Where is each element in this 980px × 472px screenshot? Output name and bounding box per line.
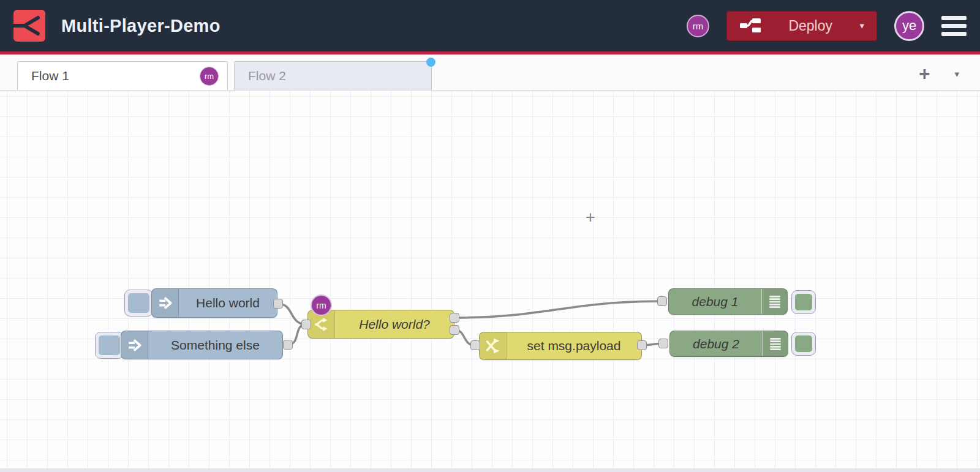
output-port[interactable]	[283, 340, 293, 350]
debug-list-icon	[762, 331, 788, 356]
output-port[interactable]	[273, 299, 283, 309]
deploy-caret-icon[interactable]: ▾	[859, 20, 864, 31]
node-label: debug 1	[669, 289, 761, 314]
tab-bar: Flow 1 rm Flow 2 + ▾	[0, 58, 980, 91]
debug-toggle-button[interactable]	[791, 332, 816, 356]
tab-flow-2[interactable]: Flow 2	[234, 61, 432, 90]
tab-label: Flow 2	[248, 69, 286, 83]
output-port-1[interactable]	[450, 313, 459, 323]
user-avatar[interactable]: ye	[894, 11, 924, 41]
change-node-set-payload[interactable]: set msg.payload	[479, 332, 642, 360]
tab-label: Flow 1	[31, 69, 69, 83]
debug-node-2[interactable]: debug 2	[669, 331, 788, 357]
inject-arrow-icon	[121, 331, 148, 359]
deploy-label: Deploy	[771, 18, 850, 34]
input-port[interactable]	[657, 296, 667, 306]
input-port[interactable]	[301, 320, 311, 329]
switch-node-hello-world[interactable]: Hello world?	[307, 310, 454, 339]
node-label: debug 2	[670, 331, 762, 356]
output-port-2[interactable]	[450, 325, 459, 335]
node-label: set msg.payload	[507, 332, 641, 359]
input-port[interactable]	[658, 339, 668, 348]
change-shuffle-icon	[480, 332, 507, 359]
collaborator-avatar[interactable]: rm	[687, 15, 709, 37]
inject-arrow-icon	[152, 289, 179, 317]
inject-node-hello-world[interactable]: Hello world	[151, 288, 277, 318]
inject-button[interactable]	[124, 290, 153, 317]
wire[interactable]	[454, 301, 662, 318]
add-flow-button[interactable]: +	[919, 64, 930, 83]
inject-button[interactable]	[95, 332, 124, 359]
debug-toggle-button[interactable]	[791, 290, 816, 314]
flowfuse-logo-icon[interactable]	[13, 10, 45, 42]
workspace-canvas[interactable]: Hello world Something else Hello world?	[0, 91, 980, 472]
activity-dot	[426, 58, 435, 67]
output-port[interactable]	[637, 340, 647, 350]
debug-list-icon	[761, 289, 787, 314]
flow-list-caret-icon[interactable]: ▾	[954, 69, 959, 80]
flow-editor-window: Multi-Player-Demo rm Deploy ▾ ye Flow 1 …	[0, 0, 980, 472]
page-title: Multi-Player-Demo	[61, 16, 221, 36]
deploy-button[interactable]: Deploy ▾	[726, 11, 877, 41]
input-port[interactable]	[470, 340, 480, 350]
menu-icon[interactable]	[941, 16, 967, 36]
tab-flow-1[interactable]: Flow 1 rm	[17, 61, 228, 90]
node-label: Hello world	[179, 289, 277, 317]
node-label: Something else	[148, 331, 282, 359]
editing-user-avatar: rm	[311, 294, 332, 316]
horizontal-scrollbar[interactable]	[0, 468, 980, 472]
tab-user-avatar: rm	[200, 67, 219, 86]
node-label: Hello world?	[335, 310, 454, 338]
header: Multi-Player-Demo rm Deploy ▾ ye	[0, 0, 980, 54]
deploy-icon	[739, 16, 761, 36]
debug-node-1[interactable]: debug 1	[668, 288, 788, 315]
crosshair-cursor: +	[586, 209, 595, 226]
inject-node-something-else[interactable]: Something else	[121, 331, 283, 359]
wire-layer	[0, 91, 980, 472]
